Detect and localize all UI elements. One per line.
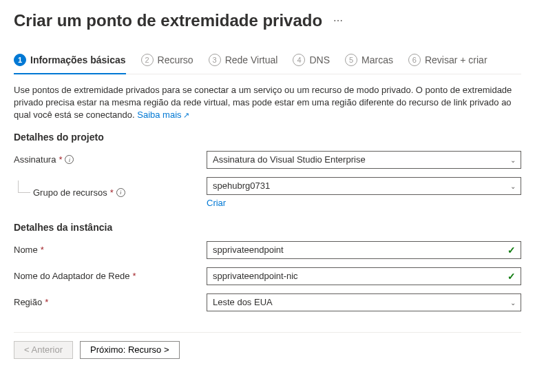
nic-name-input[interactable] — [207, 267, 521, 285]
tab-tags[interactable]: 5 Marcas — [345, 50, 393, 74]
info-icon[interactable]: i — [116, 188, 125, 197]
tab-number: 1 — [14, 54, 26, 66]
tab-resource[interactable]: 2 Recurso — [141, 50, 193, 74]
tab-label: DNS — [309, 54, 330, 65]
region-select[interactable]: ⌄ — [207, 293, 521, 311]
intro-text: Use pontos de extremidade privados para … — [14, 84, 521, 122]
required-indicator: * — [45, 297, 48, 307]
resource-group-select[interactable]: ⌄ — [207, 177, 521, 195]
tab-number: 4 — [293, 54, 305, 66]
external-link-icon: ↗ — [183, 110, 189, 121]
name-input[interactable] — [207, 241, 521, 259]
name-label: Nome — [14, 245, 38, 255]
required-indicator: * — [110, 187, 114, 198]
nic-name-label: Nome do Adaptador de Rede — [14, 271, 129, 281]
required-indicator: * — [132, 271, 136, 281]
tab-number: 3 — [209, 54, 221, 66]
tab-virtual-network[interactable]: 3 Rede Virtual — [209, 50, 278, 74]
create-new-link[interactable]: Criar — [207, 198, 226, 208]
info-icon[interactable]: i — [65, 155, 74, 164]
required-indicator: * — [59, 154, 62, 165]
learn-more-link[interactable]: Saiba mais↗ — [137, 110, 189, 120]
previous-button: < Anterior — [14, 341, 73, 359]
indent-bracket-icon — [18, 180, 30, 193]
instance-details-heading: Detalhes da instância — [14, 222, 521, 233]
tab-label: Revisar + criar — [425, 54, 487, 65]
wizard-tabs: 1 Informações básicas 2 Recurso 3 Rede V… — [14, 50, 521, 74]
more-actions-icon[interactable]: ⋯ — [333, 15, 344, 26]
tab-number: 2 — [141, 54, 154, 66]
subscription-value[interactable] — [207, 151, 521, 169]
tab-number: 5 — [345, 54, 357, 66]
resource-group-value[interactable] — [207, 177, 521, 195]
tab-label: Recurso — [158, 54, 193, 65]
region-label: Região — [14, 297, 42, 307]
tab-number: 6 — [408, 54, 421, 66]
tab-label: Informações básicas — [30, 54, 126, 65]
subscription-select[interactable]: ⌄ — [207, 151, 521, 169]
required-indicator: * — [41, 245, 44, 255]
tab-label: Rede Virtual — [225, 54, 278, 65]
tab-label: Marcas — [361, 54, 393, 65]
region-value[interactable] — [207, 293, 521, 311]
next-button[interactable]: Próximo: Recurso > — [80, 341, 180, 359]
subscription-label: Assinatura — [14, 154, 56, 165]
tab-basics[interactable]: 1 Informações básicas — [14, 50, 126, 74]
tab-review-create[interactable]: 6 Revisar + criar — [408, 50, 487, 74]
wizard-footer: < Anterior Próximo: Recurso > — [14, 332, 521, 367]
page-title: Criar um ponto de extremidade privado — [14, 11, 322, 30]
resource-group-label: Grupo de recursos — [33, 187, 107, 198]
tab-dns[interactable]: 4 DNS — [293, 50, 330, 74]
project-details-heading: Detalhes do projeto — [14, 132, 521, 143]
